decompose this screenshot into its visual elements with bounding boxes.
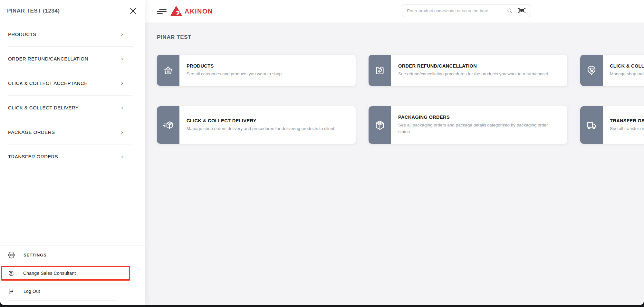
card-description: See all packaging orders and package det… (398, 122, 559, 135)
pin-cart-icon (580, 55, 603, 86)
akinon-triangle-icon (170, 6, 182, 16)
close-icon[interactable] (129, 7, 137, 15)
card-body: TRANSFER ORDERS See all transfer orders. (603, 106, 644, 144)
change-sales-consultant-label: Change Sales Consultant (23, 271, 76, 276)
settings-label: SETTINGS (24, 253, 46, 257)
page-title: PINAR TEST (157, 34, 644, 41)
chevron-right-icon: › (121, 105, 123, 110)
user-sync-icon (8, 270, 14, 277)
sidebar-item-package-orders[interactable]: PACKAGE ORDERS › (0, 120, 145, 144)
change-sales-consultant-button[interactable]: Change Sales Consultant (1, 266, 130, 281)
menu-label: CLICK & COLLECT DELIVERY (8, 105, 79, 110)
card-description: Manage shop orders delivery and procedur… (187, 126, 347, 132)
spacer (0, 169, 145, 246)
menu-label: PRODUCTS (8, 32, 36, 37)
card-packaging-orders[interactable]: PACKAGING ORDERS See all packaging order… (369, 106, 567, 144)
sidebar-item-click-collect-delivery[interactable]: CLICK & COLLECT DELIVERY › (0, 96, 145, 120)
settings-button[interactable]: SETTINGS (0, 246, 145, 264)
sidebar-item-click-collect-acceptance[interactable]: CLICK & COLLECT ACCEPTANCE › (0, 71, 145, 95)
card-body: CLICK & COLLECT ACCEPTANCE Manage shop o… (603, 55, 644, 86)
card-order-refund-cancellation[interactable]: ORDER REFUND/CANCELLATION See refund/can… (369, 55, 567, 86)
card-description: See refund/cancellation procedures for t… (398, 71, 559, 78)
search-input[interactable] (402, 5, 507, 17)
gear-icon (8, 252, 15, 258)
module-cards-grid: PRODUCTS See all categories and products… (157, 55, 644, 144)
sidebar-item-products[interactable]: PRODUCTS › (0, 22, 145, 46)
card-products[interactable]: PRODUCTS See all categories and products… (157, 55, 356, 86)
app-window: AKINON (0, 0, 644, 305)
return-box-icon (369, 55, 391, 86)
card-body: PRODUCTS See all categories and products… (179, 55, 356, 86)
chevron-right-icon: › (121, 32, 123, 37)
menu-label: PACKAGE ORDERS (8, 129, 55, 135)
main-content: PINAR TEST PRODUCTS See all categories (145, 23, 644, 305)
card-title: CLICK & COLLECT ACCEPTANCE (610, 63, 644, 69)
sidebar-item-order-refund-cancellation[interactable]: ORDER REFUND/CANCELLATION › (0, 47, 145, 71)
card-description: See all categories and products you want… (187, 71, 347, 78)
card-description: See all transfer orders. (610, 126, 644, 132)
menu-label: CLICK & COLLECT ACCEPTANCE (8, 80, 88, 86)
top-bar: AKINON (145, 0, 644, 23)
card-transfer-orders[interactable]: TRANSFER ORDERS See all transfer orders. (580, 106, 644, 144)
basket-icon (157, 55, 179, 86)
card-body: CLICK & COLLECT DELIVERY Manage shop ord… (179, 106, 356, 144)
package-icon (369, 106, 391, 144)
navigation-drawer: PINAR TEST (1234) PRODUCTS › ORDER REFUN… (0, 0, 145, 305)
chevron-right-icon: › (121, 129, 123, 135)
drawer-header: PINAR TEST (1234) (0, 0, 145, 22)
drawer-footer: SETTINGS Change Sales Consultant (0, 246, 145, 305)
chevron-right-icon: › (121, 80, 123, 86)
card-body: PACKAGING ORDERS See all packaging order… (391, 106, 567, 144)
store-title: PINAR TEST (1234) (7, 8, 60, 14)
menu-label: TRANSFER ORDERS (8, 154, 58, 159)
card-title: PACKAGING ORDERS (398, 115, 559, 120)
drawer-menu: PRODUCTS › ORDER REFUND/CANCELLATION › C… (0, 22, 145, 169)
brand-logo[interactable]: AKINON (170, 6, 213, 16)
card-title: ORDER REFUND/CANCELLATION (398, 63, 559, 69)
card-description: Manage shop orders acceptance procedures… (610, 71, 644, 78)
divider (8, 264, 133, 264)
card-click-collect-acceptance[interactable]: CLICK & COLLECT ACCEPTANCE Manage shop o… (580, 55, 644, 86)
shipping-box-icon (157, 106, 179, 144)
menu-label: ORDER REFUND/CANCELLATION (8, 56, 88, 61)
log-out-label: Log Out (24, 289, 40, 294)
truck-icon (580, 106, 603, 144)
card-title: TRANSFER ORDERS (610, 118, 644, 123)
search-icon (507, 8, 513, 14)
sidebar-item-transfer-orders[interactable]: TRANSFER ORDERS › (0, 144, 145, 169)
chevron-right-icon: › (121, 56, 123, 61)
hamburger-menu-icon[interactable] (157, 8, 167, 15)
log-out-button[interactable]: Log Out (0, 282, 145, 300)
chevron-right-icon: › (121, 154, 123, 159)
brand-name: AKINON (185, 8, 213, 15)
card-title: PRODUCTS (187, 63, 347, 69)
card-body: ORDER REFUND/CANCELLATION See refund/can… (391, 55, 567, 86)
product-search-box (402, 4, 531, 17)
divider (8, 300, 116, 301)
card-click-collect-delivery[interactable]: CLICK & COLLECT DELIVERY Manage shop ord… (157, 106, 356, 144)
barcode-scan-icon[interactable] (517, 7, 526, 14)
logout-icon (8, 288, 15, 295)
card-title: CLICK & COLLECT DELIVERY (187, 118, 347, 123)
